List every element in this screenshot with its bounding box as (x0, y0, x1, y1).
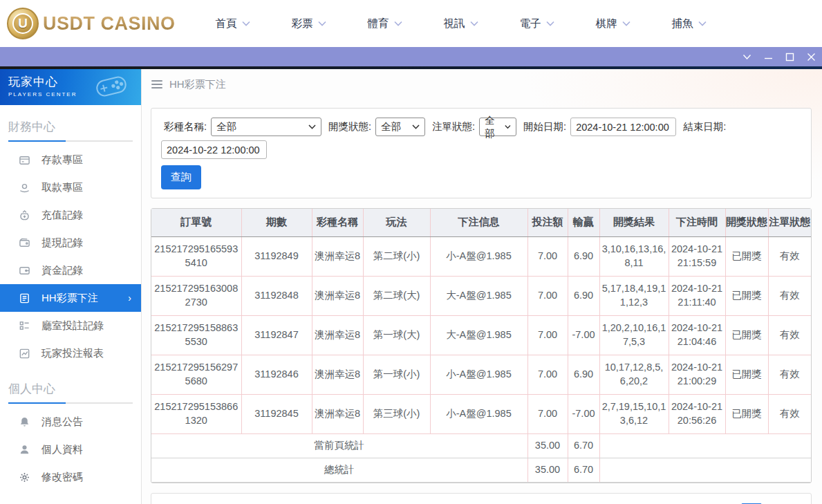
table-row: 2152172951588635530 31192847 澳洲幸运8 第一球(大… (151, 315, 811, 355)
sidebar-item-room-bet-record[interactable]: 廳室投註記錄 (0, 312, 141, 339)
draw-status-label: 開獎狀態: (328, 120, 371, 133)
nav-item-cards[interactable]: 棋牌 (596, 17, 630, 31)
col-bet-info: 下注信息 (430, 209, 527, 236)
gamepad-icon (91, 73, 131, 100)
current-page-summary-row: 當前頁統計 35.00 6.70 (151, 433, 811, 458)
filter-panel: 彩種名稱: 全部 開獎狀態: 全部 注單狀態: 全部 開始日期: 結束日期: (151, 108, 812, 198)
end-date-label: 結束日期: (683, 120, 726, 133)
sidebar-item-withdraw[interactable]: 取款專區 (0, 174, 141, 201)
col-order-status: 注單狀態 (768, 209, 811, 236)
window-close-button[interactable] (801, 47, 822, 66)
sidebar-section-personal: 個人中心 消息公告 個人資料 修改密碼 (0, 377, 141, 491)
brand-name: USDT CASINO (43, 13, 176, 35)
usdt-coin-icon: U (7, 8, 39, 39)
sidebar-item-deposit[interactable]: 存款專區 (0, 146, 141, 174)
summary-label: 總統計 (151, 458, 527, 482)
lottery-bet-icon (18, 292, 30, 304)
window-maximize-button[interactable] (779, 47, 801, 66)
col-draw-status: 開獎狀態 (725, 209, 768, 236)
col-period: 期數 (241, 209, 312, 236)
chevron-down-icon (394, 21, 402, 26)
col-win-loss: 輸贏 (568, 209, 599, 236)
window-chevron-button[interactable] (736, 47, 758, 66)
nav-item-sports[interactable]: 體育 (368, 17, 402, 31)
top-header: U USDT CASINO 首頁 彩票 體育 視訊 電子 棋牌 捕魚 (0, 0, 822, 47)
nav-item-lottery[interactable]: 彩票 (292, 17, 326, 31)
breadcrumb: HH彩票下注 (142, 69, 822, 100)
draw-status-select[interactable]: 全部 (375, 118, 425, 136)
col-order-no: 訂單號 (151, 209, 241, 236)
chevron-down-icon (318, 21, 326, 26)
col-draw-result: 開獎結果 (599, 209, 669, 236)
start-date-label: 開始日期: (523, 120, 566, 133)
chevron-down-icon (412, 124, 420, 129)
summary-label: 當前頁統計 (151, 433, 527, 458)
room-bet-record-icon (18, 319, 30, 332)
lottery-name-label: 彩種名稱: (164, 120, 207, 133)
recharge-record-icon (18, 209, 30, 221)
chevron-down-icon (742, 54, 751, 60)
nav-item-slots[interactable]: 電子 (520, 17, 554, 31)
chevron-down-icon (622, 21, 630, 26)
section-divider (8, 402, 133, 404)
end-date-input[interactable] (161, 140, 267, 159)
table-row: 2152172951538661320 31192845 澳洲幸运8 第三球(小… (151, 394, 811, 433)
sidebar-item-recharge-record[interactable]: 充值記錄 (0, 201, 141, 229)
order-status-select[interactable]: 全部 (479, 118, 516, 136)
chevron-down-icon (546, 21, 554, 26)
minimize-icon (764, 53, 773, 62)
chevron-right-icon: › (128, 292, 131, 304)
chevron-down-icon (470, 21, 478, 26)
search-button[interactable]: 查詢 (161, 165, 201, 189)
sidebar: 玩家中心 PLAYERS CENTER 財務中心 存款專區 (0, 69, 142, 504)
table-header-row: 訂單號 期數 彩種名稱 玩法 下注信息 投注額 輸贏 開獎結果 下注時間 開獎狀… (151, 209, 811, 236)
col-lottery-name: 彩種名稱 (312, 209, 363, 236)
funds-record-icon (18, 264, 30, 277)
nav-item-home[interactable]: 首頁 (216, 17, 250, 31)
section-label: 個人中心 (0, 377, 141, 402)
section-label: 代理中心 (0, 501, 141, 504)
hamburger-icon[interactable] (151, 80, 162, 88)
order-status-label: 注單狀態: (432, 120, 475, 133)
bets-table: 訂單號 期數 彩種名稱 玩法 下注信息 投注額 輸贏 開獎結果 下注時間 開獎狀… (151, 209, 811, 483)
col-bet-amount: 投注額 (527, 209, 568, 236)
nav-item-fishing[interactable]: 捕魚 (672, 17, 707, 31)
sidebar-item-announcements[interactable]: 消息公告 (0, 408, 141, 436)
password-gear-icon (18, 471, 30, 483)
nav-item-live[interactable]: 視訊 (444, 17, 478, 31)
bets-table-panel: 訂單號 期數 彩種名稱 玩法 下注信息 投注額 輸贏 開獎結果 下注時間 開獎狀… (151, 208, 812, 483)
table-row: 2152172951562975680 31192846 澳洲幸运8 第一球(小… (151, 355, 811, 394)
sidebar-item-funds-record[interactable]: 資金記錄 (0, 256, 141, 284)
chevron-down-icon (242, 21, 250, 26)
sidebar-item-player-bet-report[interactable]: 玩家投注報表 (0, 339, 141, 367)
notice-icon (18, 416, 30, 428)
players-center-banner: 玩家中心 PLAYERS CENTER (0, 69, 141, 105)
brand-logo: U USDT CASINO (7, 8, 176, 39)
main-nav: 首頁 彩票 體育 視訊 電子 棋牌 捕魚 (216, 17, 707, 31)
col-play: 玩法 (363, 209, 430, 236)
sidebar-item-hh-lottery-bets[interactable]: HH彩票下注 › (0, 284, 141, 312)
sidebar-item-change-password[interactable]: 修改密碼 (0, 463, 141, 491)
withdraw-icon (18, 181, 30, 194)
close-icon (807, 53, 816, 62)
window-titlebar (0, 47, 822, 66)
pagination-bar: 每頁顯示20條 共5条 首页 上一页 [1] 下一页 第 页 跳转 (151, 493, 812, 504)
sidebar-section-finance: 財務中心 存款專區 取款專區 充值記錄 提現記錄 (0, 115, 141, 367)
section-divider (8, 140, 133, 142)
chevron-down-icon (505, 124, 511, 129)
main-content: HH彩票下注 彩種名稱: 全部 開獎狀態: 全部 注單狀態: 全部 (142, 69, 822, 504)
chevron-down-icon (308, 124, 316, 129)
window-minimize-button[interactable] (758, 47, 779, 66)
sidebar-item-withdrawal-record[interactable]: 提現記錄 (0, 229, 141, 256)
table-row: 2152172951630082730 31192848 澳洲幸运8 第二球(大… (151, 276, 811, 315)
profile-icon (18, 443, 30, 456)
sidebar-item-profile[interactable]: 個人資料 (0, 436, 141, 463)
total-summary-row: 總統計 35.00 6.70 (151, 458, 811, 482)
section-label: 財務中心 (0, 115, 141, 140)
sidebar-section-agent: 代理中心 (0, 501, 141, 504)
start-date-input[interactable] (570, 118, 676, 136)
maximize-icon (785, 53, 794, 62)
col-bet-time: 下注時間 (669, 209, 725, 236)
withdrawal-record-icon (18, 236, 30, 249)
lottery-name-select[interactable]: 全部 (211, 118, 321, 136)
